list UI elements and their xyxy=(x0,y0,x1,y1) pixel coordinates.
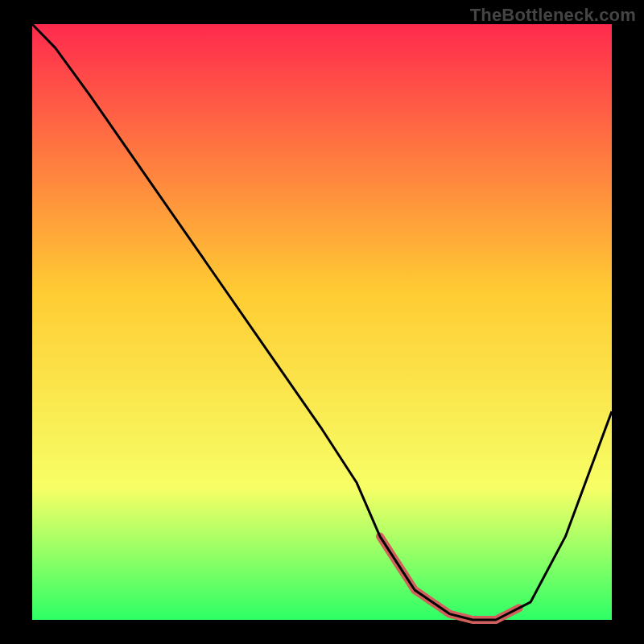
chart-stage: TheBottleneck.com xyxy=(0,0,644,644)
bottleneck-chart xyxy=(0,0,644,644)
plot-area xyxy=(32,24,612,620)
watermark-text: TheBottleneck.com xyxy=(470,5,636,26)
